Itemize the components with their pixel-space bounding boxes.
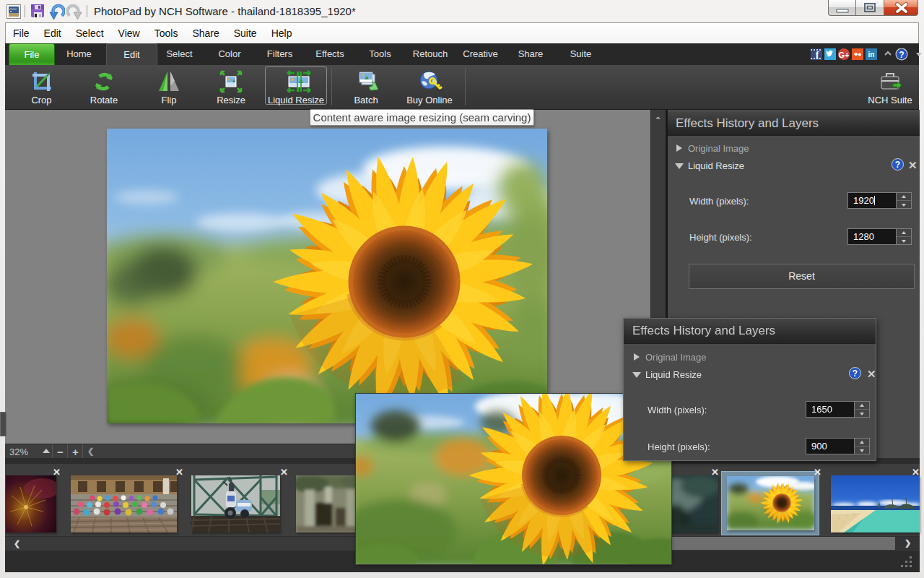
svg-text:f: f bbox=[816, 50, 819, 61]
svg-text:G+: G+ bbox=[839, 51, 850, 59]
svg-text:in: in bbox=[868, 51, 875, 59]
svg-text:?: ? bbox=[899, 50, 904, 60]
